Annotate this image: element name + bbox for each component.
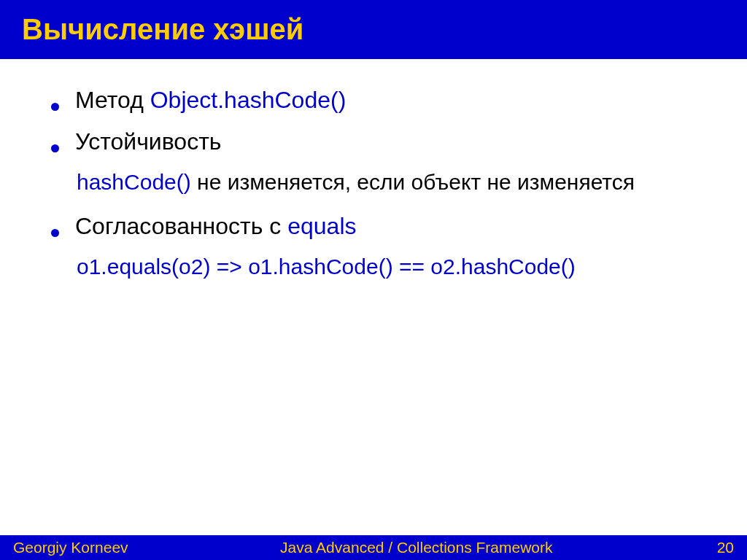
slide: Вычисление хэшей Метод Object.hashCode()… [0,0,747,560]
bullet-item-2: Устойчивость [51,126,711,158]
text-plain: Метод [75,87,150,113]
footer-page: 20 [705,539,734,556]
text-code: hashCode() [77,170,191,194]
bullet-text-3: Согласованность с equals [75,211,356,242]
bullet-item-3: Согласованность с equals [51,211,711,242]
text-code: equals [287,213,356,239]
bullet-icon [51,229,59,237]
bullet-text-2: Устойчивость [75,126,221,158]
bullet-icon [51,103,59,111]
subline-2: hashCode() не изменяется, если объект не… [77,168,711,198]
text-code: Object.hashCode() [150,87,347,113]
text-plain: Согласованность с [75,213,287,239]
slide-title: Вычисление хэшей [22,13,732,46]
slide-header: Вычисление хэшей [0,0,747,59]
footer-course: Java Advanced / Collections Framework [128,539,705,556]
text-code: o1.equals(o2) => o1.hashCode() == o2.has… [77,254,576,279]
slide-footer: Georgiy Korneev Java Advanced / Collecti… [0,535,747,560]
text-plain: Устойчивость [75,128,221,155]
footer-author: Georgiy Korneev [13,539,128,556]
subline-3: o1.equals(o2) => o1.hashCode() == o2.has… [77,252,711,282]
bullet-item-1: Метод Object.hashCode() [51,85,711,116]
bullet-text-1: Метод Object.hashCode() [75,85,346,116]
bullet-icon [51,144,59,152]
text-plain: не изменяется, если объект не изменяется [191,170,635,194]
slide-content: Метод Object.hashCode() Устойчивость has… [0,59,747,535]
